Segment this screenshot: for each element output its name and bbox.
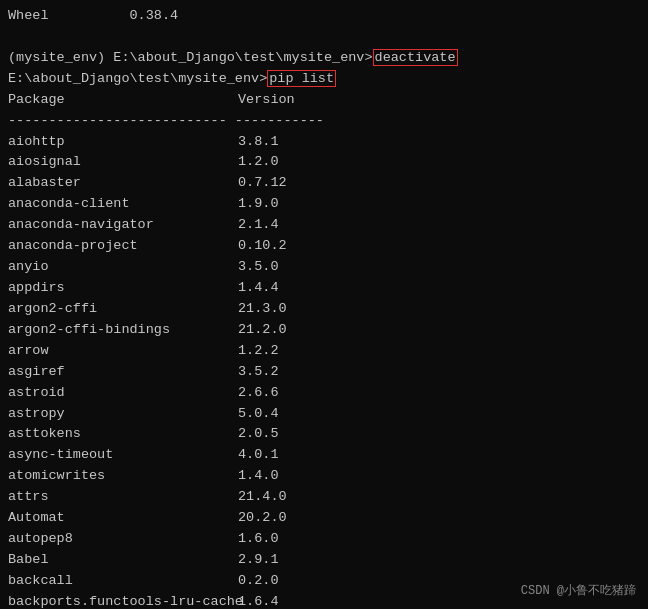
separator: --------------------------- -----------: [8, 111, 640, 132]
deactivate-prompt-line: (mysite_env) E:\about_Django\test\mysite…: [8, 48, 640, 69]
prompt-text-1: (mysite_env) E:\about_Django\test\mysite…: [8, 50, 373, 65]
list-item: astropy5.0.4: [8, 404, 640, 425]
list-item: Babel2.9.1: [8, 550, 640, 571]
list-item: attrs21.4.0: [8, 487, 640, 508]
list-item: anyio3.5.0: [8, 257, 640, 278]
piplist-prompt-line: E:\about_Django\test\mysite_env>pip list: [8, 69, 640, 90]
list-item: async-timeout4.0.1: [8, 445, 640, 466]
list-item: aiosignal1.2.0: [8, 152, 640, 173]
arrow-list-item: arrow1.2.2: [8, 341, 640, 362]
list-item: anaconda-navigator2.1.4: [8, 215, 640, 236]
prompt-text-2: E:\about_Django\test\mysite_env>: [8, 71, 267, 86]
list-item: atomicwrites1.4.0: [8, 466, 640, 487]
list-item: argon2-cffi-bindings21.2.0: [8, 320, 640, 341]
list-item: aiohttp3.8.1: [8, 132, 640, 153]
piplist-cmd: pip list: [267, 70, 336, 87]
list-item: astroid2.6.6: [8, 383, 640, 404]
list-item: appdirs1.4.4: [8, 278, 640, 299]
col-package-header: Package: [8, 90, 238, 111]
list-item: anaconda-project0.10.2: [8, 236, 640, 257]
list-item: autopep81.6.0: [8, 529, 640, 550]
list-item: argon2-cffi21.3.0: [8, 299, 640, 320]
list-item: alabaster0.7.12: [8, 173, 640, 194]
list-item: anaconda-client1.9.0: [8, 194, 640, 215]
terminal-window: Wheel 0.38.4 (mysite_env) E:\about_Djang…: [0, 0, 648, 609]
list-item: Automat20.2.0: [8, 508, 640, 529]
list-item: asgiref3.5.2: [8, 362, 640, 383]
col-version-header: Version: [238, 90, 295, 111]
watermark: CSDN @小鲁不吃猪蹄: [521, 582, 636, 599]
deactivate-cmd: deactivate: [373, 49, 458, 66]
list-item: asttokens2.0.5: [8, 424, 640, 445]
wheel-line: Wheel 0.38.4: [8, 6, 640, 27]
blank-line-1: [8, 27, 640, 48]
table-header: PackageVersion: [8, 90, 640, 111]
